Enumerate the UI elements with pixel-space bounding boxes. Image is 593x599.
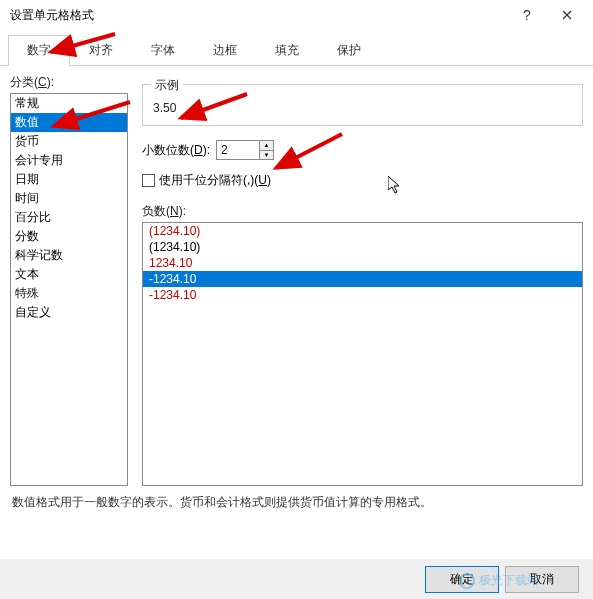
negative-item[interactable]: (1234.10): [143, 239, 582, 255]
category-item[interactable]: 货币: [11, 132, 127, 151]
dialog-title: 设置单元格格式: [6, 7, 507, 24]
category-item[interactable]: 分数: [11, 227, 127, 246]
example-legend: 示例: [151, 77, 183, 94]
close-button[interactable]: [547, 0, 587, 30]
tab-fill[interactable]: 填充: [256, 35, 318, 66]
category-list[interactable]: 常规数值货币会计专用日期时间百分比分数科学记数文本特殊自定义: [10, 93, 128, 486]
spinner-down[interactable]: ▼: [260, 151, 273, 160]
category-item[interactable]: 特殊: [11, 284, 127, 303]
decimal-row: 小数位数(D): ▲ ▼: [142, 140, 583, 160]
format-description: 数值格式用于一般数字的表示。货币和会计格式则提供货币值计算的专用格式。: [0, 486, 593, 519]
negative-item[interactable]: -1234.10: [143, 287, 582, 303]
thousand-sep-checkbox[interactable]: [142, 174, 155, 187]
category-item[interactable]: 会计专用: [11, 151, 127, 170]
tab-border[interactable]: 边框: [194, 35, 256, 66]
negative-item[interactable]: -1234.10: [143, 271, 582, 287]
negative-item[interactable]: (1234.10): [143, 223, 582, 239]
spinner-buttons: ▲ ▼: [259, 141, 273, 159]
category-item[interactable]: 数值: [11, 113, 127, 132]
category-item[interactable]: 日期: [11, 170, 127, 189]
category-item[interactable]: 文本: [11, 265, 127, 284]
category-item[interactable]: 时间: [11, 189, 127, 208]
tab-protection[interactable]: 保护: [318, 35, 380, 66]
close-icon: [562, 10, 572, 20]
tab-bar: 数字 对齐 字体 边框 填充 保护: [0, 34, 593, 66]
decimal-spinner: ▲ ▼: [216, 140, 274, 160]
category-item[interactable]: 常规: [11, 94, 127, 113]
decimal-label: 小数位数(D):: [142, 142, 210, 159]
titlebar: 设置单元格格式 ?: [0, 0, 593, 30]
tab-alignment[interactable]: 对齐: [70, 35, 132, 66]
help-icon: ?: [523, 7, 531, 23]
category-item[interactable]: 科学记数: [11, 246, 127, 265]
cancel-button[interactable]: 取消: [505, 566, 579, 593]
example-box: 示例 3.50: [142, 84, 583, 126]
negative-label: 负数(N):: [142, 203, 583, 220]
negative-item[interactable]: 1234.10: [143, 255, 582, 271]
spinner-up[interactable]: ▲: [260, 141, 273, 151]
category-item[interactable]: 百分比: [11, 208, 127, 227]
tab-font[interactable]: 字体: [132, 35, 194, 66]
tab-number[interactable]: 数字: [8, 35, 70, 66]
dialog-footer: 确定 取消: [0, 559, 593, 599]
negative-list[interactable]: (1234.10)(1234.10)1234.10-1234.10-1234.1…: [142, 222, 583, 486]
thousand-sep-label: 使用千位分隔符(,)(U): [159, 172, 271, 189]
help-button[interactable]: ?: [507, 0, 547, 30]
example-value: 3.50: [153, 101, 572, 115]
category-label: 分类(C):: [10, 74, 128, 91]
detail-column: 示例 3.50 小数位数(D): ▲ ▼ 使用千位分隔符(,)(U) 负数(N)…: [142, 74, 583, 486]
decimal-input[interactable]: [217, 141, 259, 159]
category-item[interactable]: 自定义: [11, 303, 127, 322]
ok-button[interactable]: 确定: [425, 566, 499, 593]
content-area: 分类(C): 常规数值货币会计专用日期时间百分比分数科学记数文本特殊自定义 示例…: [0, 66, 593, 486]
thousand-sep-row: 使用千位分隔符(,)(U): [142, 172, 583, 189]
category-column: 分类(C): 常规数值货币会计专用日期时间百分比分数科学记数文本特殊自定义: [10, 74, 128, 486]
